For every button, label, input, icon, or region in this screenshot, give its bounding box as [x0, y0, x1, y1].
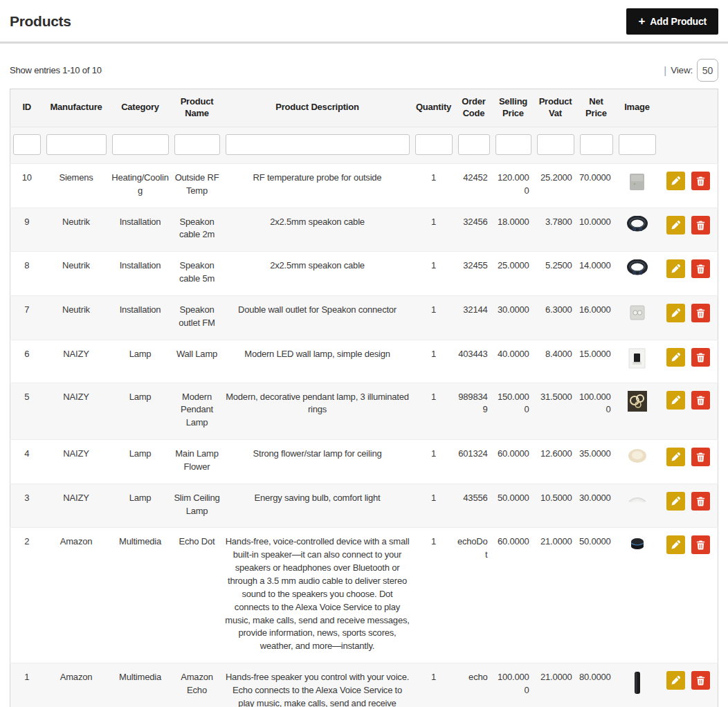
product-row: 5NAIZYLampModern Pendant LampModern, dec… — [10, 383, 718, 440]
table-header: IDManufactureCategoryProduct NameProduct… — [10, 89, 718, 127]
trash-icon — [695, 496, 706, 506]
cell-image — [616, 163, 659, 208]
cell-net-price: 100.0000 — [577, 383, 616, 440]
delete-product-button[interactable] — [691, 259, 710, 278]
filter-input-category[interactable] — [112, 134, 169, 155]
column-header-product-description: Product Description — [223, 89, 412, 127]
cell-description: Modern, decorative pendant lamp, 3 illum… — [223, 383, 412, 440]
cell-id: 8 — [10, 252, 44, 296]
filter-input-quantity[interactable] — [415, 134, 453, 155]
cell-id: 10 — [10, 163, 44, 208]
page-header: Products + Add Product — [10, 0, 718, 42]
cell-name: Main Lamp Flower — [172, 440, 223, 484]
header-divider — [0, 42, 728, 44]
add-product-button[interactable]: + Add Product — [626, 8, 718, 35]
edit-product-button[interactable] — [666, 216, 685, 235]
cell-product-vat: 8.4000 — [534, 340, 577, 383]
pencil-icon — [671, 675, 681, 686]
cell-image — [616, 340, 659, 383]
cell-actions — [659, 252, 718, 296]
edit-product-button[interactable] — [666, 172, 685, 190]
edit-product-button[interactable] — [666, 492, 685, 511]
delete-product-button[interactable] — [691, 304, 710, 322]
cell-product-vat: 21.0000 — [534, 663, 577, 707]
cell-manufacture: Siemens — [44, 163, 109, 208]
cell-id: 9 — [10, 208, 44, 252]
column-header-image: Image — [616, 89, 659, 127]
product-row: 10SiemensHeating/CoolingOutside RF TempR… — [10, 163, 718, 208]
filter-input-order-code[interactable] — [458, 134, 490, 155]
view-label: View: — [671, 65, 693, 75]
cell-id: 5 — [10, 383, 44, 440]
cell-selling-price: 25.0000 — [493, 252, 534, 296]
cell-quantity: 1 — [412, 163, 455, 208]
edit-product-button[interactable] — [666, 259, 685, 278]
filter-input-id[interactable] — [13, 134, 41, 155]
pendant-lamp-thumbnail — [628, 391, 647, 412]
cell-actions — [659, 383, 718, 440]
filter-input-manufacture[interactable] — [46, 134, 107, 155]
delete-product-button[interactable] — [691, 348, 710, 367]
filter-input-product-name[interactable] — [174, 134, 220, 155]
cell-description: Hands-free speaker you control with your… — [223, 663, 412, 707]
filter-input-product-vat[interactable] — [537, 134, 574, 155]
column-header-net-price: Net Price — [577, 89, 616, 127]
cell-description: Modern LED wall lamp, simple design — [223, 340, 412, 383]
cell-description: 2x2.5mm speakon cable — [223, 252, 412, 296]
cell-id: 3 — [10, 484, 44, 528]
wall-lamp-thumbnail — [628, 348, 646, 369]
cell-image — [616, 528, 659, 663]
cell-order-code: 601324 — [455, 440, 493, 484]
cell-name: Echo Dot — [172, 528, 223, 663]
view-pipe: | — [664, 64, 666, 76]
delete-product-button[interactable] — [691, 448, 710, 466]
cell-name: Speakon cable 2m — [172, 208, 223, 252]
filter-input-net-price[interactable] — [580, 134, 613, 155]
edit-product-button[interactable] — [666, 304, 685, 322]
cell-quantity: 1 — [412, 663, 455, 707]
cell-quantity: 1 — [412, 252, 455, 296]
filter-input-product-description[interactable] — [226, 134, 410, 155]
cell-category: Installation — [109, 208, 172, 252]
cell-product-vat: 21.0000 — [534, 528, 577, 663]
cell-product-vat: 12.6000 — [534, 440, 577, 484]
edit-product-button[interactable] — [666, 348, 685, 367]
delete-product-button[interactable] — [691, 671, 710, 690]
filter-input-image[interactable] — [619, 134, 656, 155]
column-header-manufacture: Manufacture — [44, 89, 109, 127]
cell-net-price: 15.0000 — [577, 340, 616, 383]
view-group: | View: — [664, 59, 718, 82]
view-count-input[interactable] — [697, 59, 718, 82]
delete-product-button[interactable] — [691, 172, 710, 190]
delete-product-button[interactable] — [691, 492, 710, 511]
delete-product-button[interactable] — [691, 535, 710, 554]
delete-product-button[interactable] — [691, 391, 710, 410]
cell-actions — [659, 208, 718, 252]
products-page: Products + Add Product Show entries 1-10… — [0, 0, 728, 707]
filter-cell-actions — [659, 127, 718, 163]
cell-category: Lamp — [109, 484, 172, 528]
filter-input-selling-price[interactable] — [495, 134, 531, 155]
cell-id: 4 — [10, 440, 44, 484]
edit-product-button[interactable] — [666, 391, 685, 410]
cell-category: Heating/Cooling — [109, 163, 172, 208]
edit-product-button[interactable] — [666, 535, 685, 554]
add-product-label: Add Product — [650, 16, 707, 27]
cell-description: Strong flower/star lamp for ceiling — [223, 440, 412, 484]
delete-product-button[interactable] — [691, 216, 710, 235]
cell-image — [616, 663, 659, 707]
cell-product-vat: 5.2500 — [534, 252, 577, 296]
pencil-icon — [671, 352, 681, 362]
product-row: 1AmazonMultimediaAmazon EchoHands-free s… — [10, 663, 718, 707]
pencil-icon — [671, 220, 681, 230]
cell-image — [616, 484, 659, 528]
cell-quantity: 1 — [412, 208, 455, 252]
cell-quantity: 1 — [412, 383, 455, 440]
rf-probe-thumbnail — [628, 172, 646, 194]
cell-quantity: 1 — [412, 440, 455, 484]
cell-description: Energy saving bulb, comfort light — [223, 484, 412, 528]
cell-selling-price: 18.0000 — [493, 208, 534, 252]
cell-manufacture: NAIZY — [44, 440, 109, 484]
edit-product-button[interactable] — [666, 671, 685, 690]
edit-product-button[interactable] — [666, 448, 685, 466]
